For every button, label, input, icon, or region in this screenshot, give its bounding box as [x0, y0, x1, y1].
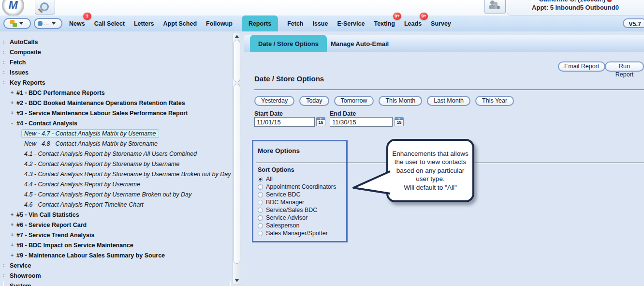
radio-option-all[interactable]: All: [258, 175, 336, 183]
scroll-down-icon[interactable]: [235, 279, 239, 282]
nav-followup[interactable]: Followup: [206, 15, 233, 31]
user-settings-button[interactable]: ⚙: [484, 0, 506, 14]
radio-icon[interactable]: [258, 184, 263, 190]
main-navbar: ... News1 Call Select Letters Appt Sched…: [0, 15, 644, 31]
sidebar-item-report-2[interactable]: +#2 - BDC Booked Maintenance Operations …: [0, 98, 233, 108]
start-date-calendar-icon[interactable]: 15: [316, 117, 325, 126]
quick-date-this-year[interactable]: This Year: [475, 96, 514, 106]
expander-icon: [3, 51, 4, 52]
nav-reports[interactable]: Reports: [242, 15, 278, 31]
start-date-input[interactable]: [254, 117, 315, 127]
radio-option-appointment-coordinators[interactable]: Appointment Coordinators: [258, 183, 336, 191]
sidebar-item-report-4-8[interactable]: New - 4.8 - Contact Analysis Matrix by S…: [0, 138, 233, 149]
radio-option-service-bdc[interactable]: Service BDC: [258, 191, 336, 198]
radio-option-salesperson[interactable]: Salesperson: [258, 222, 336, 229]
nav-issue[interactable]: Issue: [312, 15, 328, 31]
quick-date-last-month[interactable]: Last Month: [427, 96, 470, 106]
plus-expander-icon[interactable]: +: [10, 232, 15, 238]
sidebar-item-report-4-2[interactable]: 4.2 - Contact Analysis Report by Storena…: [0, 159, 233, 169]
nav-news[interactable]: News1: [69, 15, 85, 31]
nav-survey[interactable]: Survey: [431, 15, 451, 31]
sidebar-item-system[interactable]: System: [0, 281, 233, 286]
nav-call-select[interactable]: Call Select: [94, 15, 125, 31]
status-dot-icon: [607, 0, 612, 2]
radio-icon[interactable]: [258, 215, 263, 221]
plus-expander-icon[interactable]: +: [10, 252, 15, 258]
sidebar-item-showroom[interactable]: Showroom: [0, 271, 233, 281]
sidebar-item-fetch[interactable]: Fetch: [0, 57, 233, 67]
end-date-calendar-icon[interactable]: 15: [395, 117, 404, 126]
more-options-title: More Options: [258, 147, 300, 154]
sidebar-item-report-4-3[interactable]: 4.3 - Contact Analysis Report by Storena…: [0, 169, 233, 179]
minus-expander-icon[interactable]: -: [10, 120, 15, 126]
run-report-button[interactable]: Run Report: [605, 61, 644, 72]
plus-expander-icon[interactable]: +: [10, 242, 15, 248]
sidebar-item-report-1[interactable]: +#1 - BDC Performance Reports: [0, 88, 233, 98]
assistant-dropdown[interactable]: ...: [34, 18, 62, 29]
tab-date-store-options[interactable]: Date / Store Options: [250, 35, 327, 52]
nav-appt-sched[interactable]: Appt Sched: [163, 15, 197, 31]
sidebar-item-issues[interactable]: Issues: [0, 67, 233, 77]
sidebar-scrollbar[interactable]: [233, 32, 241, 285]
email-report-button[interactable]: Email Report: [558, 61, 605, 72]
sidebar-item-report-5[interactable]: +#5 - Vin Call Statistics: [0, 210, 233, 220]
nav-e-service[interactable]: E-Service: [337, 15, 365, 31]
apps-dropdown[interactable]: [3, 18, 31, 29]
sidebar-item-report-4-1[interactable]: 4.1 - Contact Analysis Report by Storena…: [0, 149, 233, 159]
logo-letter: M: [8, 0, 17, 12]
tab-manage-auto-email[interactable]: Manage Auto-Email: [331, 35, 389, 52]
nav-fetch[interactable]: Fetch: [287, 15, 303, 31]
expander-icon: [3, 264, 4, 265]
quick-date-tomorrow[interactable]: Tomorrow: [334, 96, 374, 106]
radio-icon[interactable]: [258, 208, 263, 213]
quick-date-this-month[interactable]: This Month: [379, 96, 422, 106]
end-date-input[interactable]: [330, 117, 393, 127]
sidebar-item-key-reports[interactable]: Key Reports: [0, 77, 233, 88]
reports-tree-sidebar: AutoCalls Composite Fetch Issues Key Rep…: [0, 31, 233, 286]
radio-icon[interactable]: [258, 223, 263, 228]
plus-expander-icon[interactable]: +: [10, 90, 15, 96]
version-button[interactable]: V5.7: [623, 18, 644, 28]
plus-expander-icon[interactable]: +: [10, 100, 15, 106]
sidebar-item-composite[interactable]: Composite: [0, 47, 233, 57]
sidebar-item-report-3[interactable]: +#3 - Service Maintenance Labour Sales P…: [0, 108, 233, 118]
scrollbar-thumb[interactable]: [234, 40, 240, 82]
radio-icon[interactable]: [258, 192, 263, 197]
radio-selected-icon[interactable]: [258, 177, 263, 182]
sidebar-item-report-4-4[interactable]: 4.4 - Contact Analysis Report by Usernam…: [0, 179, 233, 189]
radio-icon[interactable]: [258, 231, 263, 236]
plus-expander-icon[interactable]: +: [10, 222, 15, 228]
nav-label: Reports: [249, 20, 271, 27]
plus-expander-icon[interactable]: +: [10, 211, 15, 218]
sort-options-title: Sort Options: [258, 166, 294, 173]
sidebar-item-report-7[interactable]: +#7 - Service Trend Analysis: [0, 230, 233, 240]
sidebar-item-report-4-5[interactable]: 4.5 - Contact Analysis Report by Usernam…: [0, 189, 233, 199]
callout-text-line1: Enhancements that allows the user to vie…: [392, 150, 468, 183]
expander-icon: [3, 81, 4, 82]
sidebar-item-report-4-7[interactable]: New - 4.7 - Contact Analysis Matrix by U…: [0, 128, 233, 138]
radio-option-service-advisor[interactable]: Service Advisor: [258, 214, 336, 222]
sidebar-item-report-6[interactable]: +#6 - Service Report Card: [0, 220, 233, 230]
scroll-up-icon[interactable]: [235, 35, 239, 38]
calendar-icon-day: 15: [317, 120, 325, 125]
sidebar-item-service[interactable]: Service: [0, 260, 233, 271]
plus-expander-icon[interactable]: +: [10, 110, 15, 116]
sidebar-item-report-4[interactable]: -#4 - Contact Analysis: [0, 118, 233, 128]
scrollbar-thumb[interactable]: [234, 84, 240, 264]
quick-date-yesterday[interactable]: Yesterday: [254, 96, 294, 106]
search-button[interactable]: [35, 0, 55, 15]
nav-items: News1 Call Select Letters Appt Sched Fol…: [69, 15, 451, 31]
radio-option-sales-manager-spotter[interactable]: Sales Manager/Spotter: [258, 229, 336, 237]
nav-leads[interactable]: Leads9+: [404, 15, 422, 31]
nav-label: Leads: [404, 20, 422, 27]
sidebar-item-autocalls[interactable]: AutoCalls: [0, 37, 233, 47]
sidebar-item-report-8[interactable]: +#8 - BDC Impact on Service Maintenance: [0, 240, 233, 250]
nav-letters[interactable]: Letters: [134, 15, 154, 31]
radio-option-service-sales-bdc[interactable]: Service/Sales BDC: [258, 206, 336, 214]
radio-option-bdc-manager[interactable]: BDC Manager: [258, 198, 336, 206]
sidebar-item-report-4-6[interactable]: 4.6 - Contact Analysis Report Timeline C…: [0, 199, 233, 210]
sidebar-item-report-9[interactable]: +#9 - Maintenance Labour Sales Summary b…: [0, 250, 233, 260]
nav-texting[interactable]: Texting9+: [374, 15, 395, 31]
quick-date-today[interactable]: Today: [299, 96, 329, 106]
radio-icon[interactable]: [258, 200, 263, 205]
